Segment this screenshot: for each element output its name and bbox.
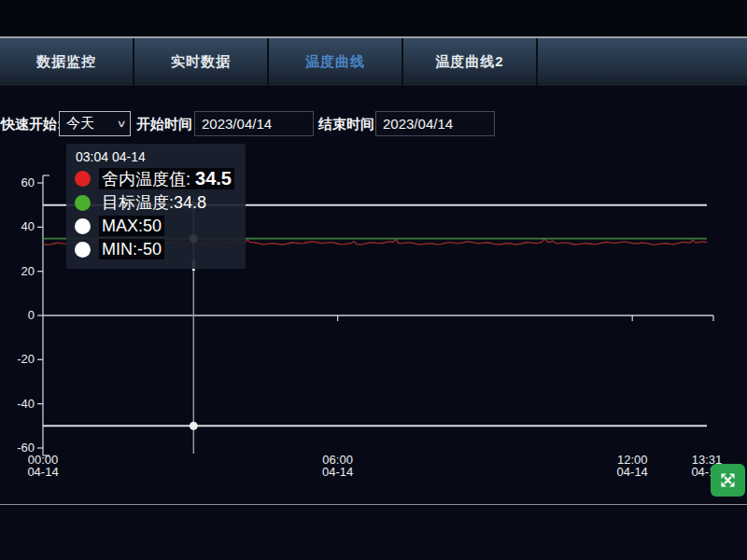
start-time-input[interactable]: 2023/04/14 <box>194 111 314 136</box>
bottom-divider <box>0 504 747 505</box>
svg-text:20: 20 <box>21 264 35 278</box>
end-time-label: 结束时间 <box>318 116 374 133</box>
expand-button[interactable] <box>711 464 745 497</box>
svg-text:04-14: 04-14 <box>617 465 648 479</box>
svg-text:-40: -40 <box>17 397 35 411</box>
filter-bar: 快速开始: 今天 ∨ 开始时间 2023/04/14 结束时间 2023/04/… <box>0 111 747 139</box>
chevron-down-icon: ∨ <box>116 118 126 130</box>
svg-text:04-14: 04-14 <box>27 465 58 479</box>
svg-text:40: 40 <box>21 219 35 233</box>
start-time-label: 开始时间 <box>136 116 192 133</box>
svg-text:0: 0 <box>28 308 35 322</box>
svg-text:60: 60 <box>21 175 35 189</box>
svg-text:04-14: 04-14 <box>322 465 353 479</box>
svg-text:-20: -20 <box>17 352 35 366</box>
end-time-input[interactable]: 2023/04/14 <box>375 111 495 136</box>
quick-start-value: 今天 <box>66 115 94 133</box>
quick-start-label: 快速开始: <box>1 116 62 133</box>
expand-arrows-icon <box>718 470 738 490</box>
quick-start-select[interactable]: 今天 ∨ <box>59 111 131 136</box>
temperature-chart[interactable]: 6040200-20-40-6000:0004-1406:0004-1412:0… <box>0 0 747 560</box>
